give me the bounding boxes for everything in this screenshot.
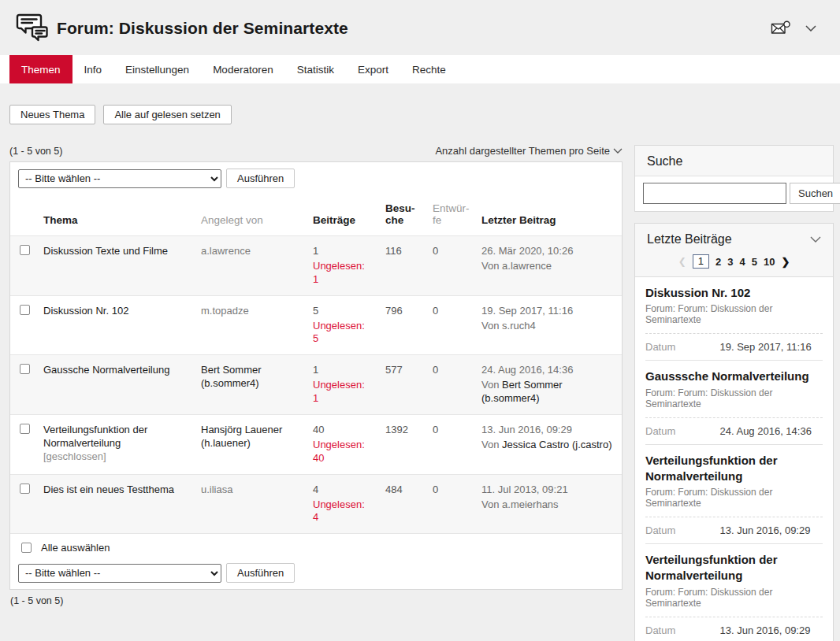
dashed-divider: [645, 333, 823, 334]
execute-button-top[interactable]: Ausführen: [226, 169, 295, 188]
last-post-date: 26. Mär 2020, 10:26: [481, 245, 615, 258]
visits-count: 116: [385, 245, 402, 257]
new-topic-button[interactable]: Neues Thema: [9, 105, 95, 124]
dashed-divider: [645, 617, 823, 617]
per-page-toggle[interactable]: Anzahl dargestellter Themen pro Seite: [435, 145, 623, 157]
recent-post-title[interactable]: Diskussion Nr. 102: [645, 285, 823, 301]
date-value: 19. Sep 2017, 11:16: [720, 341, 812, 353]
bulk-action-select-bottom[interactable]: -- Bitte wählen --: [18, 564, 221, 583]
unread-count[interactable]: Ungelesen: 4: [313, 498, 373, 525]
recent-post-date-row: Datum 13. Jun 2016, 09:29: [645, 624, 823, 636]
pagination-page[interactable]: 5: [752, 256, 757, 268]
last-post-author: Von a.meierhans: [481, 498, 615, 512]
column-angelegt-von: Angelegt von: [195, 195, 307, 236]
search-input[interactable]: [643, 183, 786, 204]
topic-link[interactable]: Verteilungsfunktion der Normalverteilung: [43, 424, 147, 449]
row-checkbox[interactable]: [20, 364, 30, 374]
tab-export[interactable]: Export: [346, 55, 400, 83]
von-label: Von: [481, 320, 499, 332]
recent-panel-header: Letzte Beiträge ❮ 1 2 3 4 5 10 ❯: [635, 224, 833, 277]
tab-einstellungen[interactable]: Einstellungen: [113, 55, 201, 83]
table-row: Diskussion Texte und Filme a.lawrence 1 …: [10, 236, 622, 296]
drafts-count: 0: [433, 364, 438, 376]
column-beitraege[interactable]: Beiträge: [307, 195, 379, 236]
last-post-author: Von Bert Sommer (b.sommer4): [481, 379, 615, 406]
posts-count: 40: [313, 424, 324, 435]
last-post-author: Von Jessica Castro (j.castro): [481, 439, 615, 452]
table-row: Dies ist ein neues Testthema u.iliasa 4 …: [10, 474, 622, 533]
topic-link[interactable]: Gaussche Normalverteilung: [43, 364, 169, 376]
notify-mail-icon[interactable]: [771, 20, 791, 36]
last-post-author-name[interactable]: Jessica Castro (j.castro): [502, 439, 611, 450]
topic-author[interactable]: Hansjörg Lauener (h.lauener): [201, 424, 282, 449]
table-row: Diskussion Nr. 102 m.topadze 5 Ungelesen…: [10, 295, 622, 355]
page-title: Forum: Diskussion der Seminartexte: [57, 19, 348, 38]
posts-count: 5: [313, 305, 318, 317]
recent-items: Diskussion Nr. 102 Forum: Forum: Diskuss…: [635, 277, 833, 641]
search-panel-header: Suche: [635, 146, 833, 176]
topic-author[interactable]: Bert Sommer (b.sommer4): [201, 364, 262, 389]
unread-count[interactable]: Ungelesen: 5: [313, 320, 373, 346]
topic-author: a.lawrence: [201, 245, 251, 257]
column-entwuerfe: Entwür-fe: [426, 195, 475, 236]
mark-all-read-button[interactable]: Alle auf gelesen setzen: [103, 105, 231, 124]
topic-toolbar: Neues Thema Alle auf gelesen setzen: [0, 83, 840, 124]
tab-moderatoren[interactable]: Moderatoren: [201, 55, 285, 83]
page-header: Forum: Diskussion der Seminartexte: [0, 0, 840, 55]
column-besuche[interactable]: Besu-che: [379, 195, 426, 236]
unread-count[interactable]: Ungelesen: 40: [313, 439, 373, 465]
select-all-checkbox[interactable]: [21, 543, 32, 553]
last-post-author: Von s.ruch4: [481, 320, 615, 333]
pagination-page[interactable]: 3: [727, 256, 733, 268]
dashed-divider: [645, 517, 823, 517]
pagination-page[interactable]: 2: [715, 256, 721, 268]
posts-count: 1: [313, 245, 318, 257]
column-thema[interactable]: Thema: [37, 195, 195, 236]
drafts-count: 0: [433, 245, 438, 257]
recent-post-title[interactable]: Verteilungsfunktion der Normalverteilung: [645, 453, 823, 485]
row-checkbox[interactable]: [20, 484, 30, 494]
drafts-count: 0: [433, 424, 438, 435]
tab-themen[interactable]: Themen: [9, 55, 72, 83]
tab-rechte[interactable]: Rechte: [400, 55, 458, 83]
tab-info[interactable]: Info: [72, 55, 114, 83]
row-checkbox[interactable]: [20, 245, 30, 255]
pagination-next-icon[interactable]: ❯: [781, 256, 790, 268]
von-label: Von: [481, 439, 499, 450]
unread-count[interactable]: Ungelesen: 1: [313, 260, 373, 287]
topics-table: Thema Angelegt von Beiträge Besu-che Ent…: [10, 195, 622, 533]
range-bottom: (1 - 5 von 5): [9, 590, 623, 606]
pagination-page[interactable]: 4: [739, 256, 745, 268]
date-label: Datum: [645, 425, 720, 437]
tabbar: Themen Info Einstellungen Moderatoren St…: [0, 55, 840, 83]
last-post-author-name: s.ruch4: [502, 320, 536, 332]
row-checkbox[interactable]: [20, 424, 30, 434]
von-label: Von: [481, 260, 499, 272]
table-row: Verteilungsfunktion der Normalverteilung…: [10, 415, 622, 475]
pagination-current-page: 1: [693, 254, 709, 269]
recent-post-date-row: Datum 19. Sep 2017, 11:16: [645, 341, 823, 353]
collapse-chevron-icon[interactable]: [810, 236, 821, 243]
table-row: Gaussche Normalverteilung Bert Sommer (b…: [10, 355, 622, 415]
header-chevron-down-icon[interactable]: [805, 25, 816, 31]
search-button[interactable]: Suchen: [790, 183, 840, 204]
recent-post-title[interactable]: Gausssche Normalverteilung: [645, 369, 823, 384]
execute-button-bottom[interactable]: Ausführen: [226, 563, 295, 583]
column-letzter-beitrag[interactable]: Letzter Beitrag: [475, 195, 622, 236]
recent-post-forum: Forum: Forum: Diskussion der Seminartext…: [645, 387, 823, 409]
recent-post-item: Verteilungsfunktion der Normalverteilung…: [645, 444, 823, 544]
topic-author: u.iliasa: [201, 484, 232, 495]
tab-statistik[interactable]: Statistik: [285, 55, 346, 83]
pagination-page[interactable]: 10: [764, 256, 775, 268]
topic-link[interactable]: Diskussion Texte und Filme: [43, 245, 168, 257]
unread-count[interactable]: Ungelesen: 1: [313, 379, 373, 406]
recent-post-title[interactable]: Verteilungsfunktion der Normalverteilung: [645, 552, 823, 584]
topic-link[interactable]: Diskussion Nr. 102: [43, 305, 128, 317]
chevron-down-icon: [613, 148, 623, 154]
last-post-date: 19. Sep 2017, 11:16: [481, 305, 615, 318]
bulk-action-select-top[interactable]: -- Bitte wählen --: [18, 169, 221, 188]
topic-link[interactable]: Dies ist ein neues Testthema: [43, 484, 174, 495]
recent-post-forum: Forum: Forum: Diskussion der Seminartext…: [645, 487, 823, 509]
row-checkbox[interactable]: [20, 305, 30, 315]
bulk-toolbar-top: -- Bitte wählen -- Ausführen: [10, 162, 622, 195]
